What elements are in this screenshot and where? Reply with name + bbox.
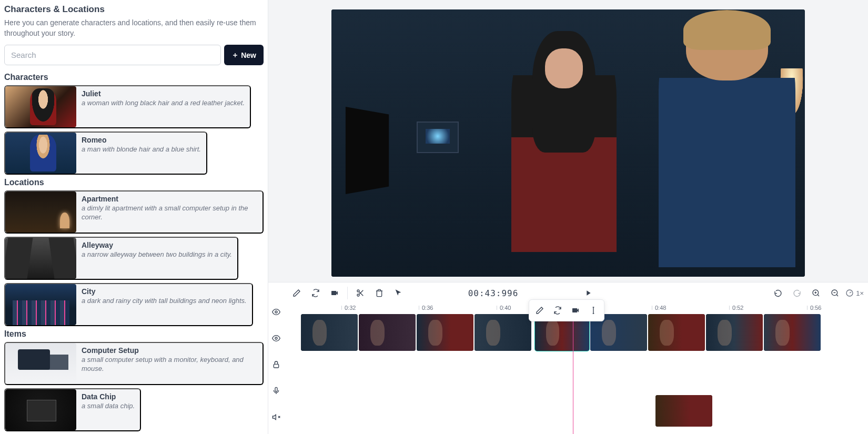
video-clip[interactable] (359, 314, 416, 351)
current-time: 00:43:996 (409, 288, 578, 298)
item-thumb (5, 389, 76, 430)
undo-icon[interactable] (770, 285, 786, 301)
trash-icon[interactable] (371, 285, 388, 301)
video-preview[interactable] (331, 9, 805, 277)
camera-icon[interactable] (326, 285, 343, 301)
svg-rect-2 (274, 364, 278, 368)
edit-icon[interactable] (288, 285, 305, 301)
ruler-tick: 0:32 (345, 305, 356, 311)
item-card-chip[interactable]: Data Chip a small data chip. (4, 388, 141, 431)
ruler-tick: 0:36 (422, 305, 433, 311)
video-clip[interactable] (417, 314, 473, 351)
timeline: 00:43:996 1× 0:320:360:400:440:480:520:5… (268, 282, 868, 434)
ruler-tick: 0:56 (810, 305, 821, 311)
clip-edit-icon[interactable] (531, 302, 548, 319)
svg-point-0 (275, 311, 277, 313)
section-locations: Locations (4, 178, 264, 187)
clip-camera-icon[interactable] (567, 302, 584, 319)
location-card-apartment[interactable]: Apartment a dimly lit apartment with a s… (4, 190, 264, 234)
track-mute-icon[interactable] (268, 409, 285, 426)
card-desc: a man with blonde hair and a blue shirt. (82, 145, 201, 154)
card-title: Romeo (82, 136, 201, 144)
video-clip[interactable] (706, 314, 763, 351)
card-title: City (82, 287, 247, 296)
character-thumb (5, 86, 76, 127)
character-thumb (5, 133, 76, 174)
track-lock-icon[interactable] (268, 356, 285, 373)
clip-regenerate-icon[interactable] (549, 302, 566, 319)
section-characters: Characters (4, 73, 264, 82)
audio-clip[interactable] (655, 395, 712, 427)
character-card-romeo[interactable]: Romeo a man with blonde hair and a blue … (4, 132, 207, 175)
item-card-computer[interactable]: Computer Setup a small computer setup wi… (4, 342, 264, 385)
video-clip[interactable] (648, 314, 705, 351)
svg-point-7 (357, 290, 359, 292)
clip-text-cursor-icon[interactable] (585, 302, 602, 319)
sidebar: Characters & Locations Here you can gene… (0, 0, 268, 434)
video-clip[interactable] (301, 314, 358, 351)
zoom-in-icon[interactable] (808, 285, 824, 301)
svg-rect-3 (275, 387, 277, 391)
track-mic-icon[interactable] (268, 382, 285, 399)
audio-track[interactable] (284, 393, 868, 431)
pointer-icon[interactable] (390, 285, 407, 301)
location-card-city[interactable]: City a dark and rainy city with tall bui… (4, 283, 253, 326)
card-desc: a small computer setup with a monitor, k… (82, 356, 257, 374)
overlay-track-1[interactable] (284, 353, 868, 372)
card-title: Juliet (82, 89, 245, 98)
main-area: 00:43:996 1× 0:320:360:400:440:480:520:5… (268, 0, 868, 434)
card-desc: a dimly lit apartment with a small compu… (82, 204, 257, 222)
ruler-tick: 0:48 (655, 305, 666, 311)
sidebar-description: Here you can generate characters and loc… (4, 18, 264, 38)
ruler-tick: 0:40 (500, 305, 511, 311)
card-title: Computer Setup (82, 346, 257, 355)
plus-icon: ＋ (231, 51, 239, 60)
video-clip[interactable] (475, 314, 531, 351)
playhead[interactable] (573, 314, 573, 434)
video-clip[interactable] (764, 314, 821, 351)
new-button-label: New (241, 51, 256, 59)
card-desc: a dark and rainy city with tall building… (82, 297, 247, 306)
playback-speed[interactable]: 1× (845, 289, 864, 297)
cut-icon[interactable] (352, 285, 369, 301)
location-thumb (5, 191, 76, 233)
regenerate-icon[interactable] (307, 285, 324, 301)
track-visibility-1-icon[interactable] (268, 304, 285, 320)
character-card-juliet[interactable]: Juliet a woman with long black hair and … (4, 85, 251, 128)
redo-icon[interactable] (789, 285, 805, 301)
section-items: Items (4, 329, 264, 339)
svg-line-12 (818, 295, 820, 296)
location-thumb (5, 238, 76, 279)
new-button[interactable]: ＋ New (224, 45, 264, 65)
overlay-track-2[interactable] (284, 373, 868, 392)
sidebar-title: Characters & Locations (4, 4, 264, 15)
card-title: Data Chip (82, 392, 135, 401)
search-input[interactable] (4, 45, 221, 65)
svg-point-8 (357, 294, 359, 296)
svg-line-16 (837, 295, 839, 296)
ruler-tick: 0:52 (732, 305, 743, 311)
card-title: Alleyway (82, 241, 232, 249)
zoom-out-icon[interactable] (826, 285, 843, 301)
clip-float-toolbar (529, 299, 604, 321)
location-thumb (5, 284, 76, 325)
location-card-alleyway[interactable]: Alleyway a narrow alleyway between two b… (4, 237, 238, 280)
timeline-lanes[interactable] (284, 314, 868, 434)
card-desc: a woman with long black hair and a red l… (82, 99, 245, 108)
card-desc: a narrow alleyway between two buildings … (82, 250, 232, 259)
card-title: Apartment (82, 195, 257, 203)
item-thumb (5, 343, 76, 384)
card-desc: a small data chip. (82, 402, 135, 411)
track-visibility-2-icon[interactable] (268, 330, 285, 347)
svg-point-1 (275, 337, 277, 339)
